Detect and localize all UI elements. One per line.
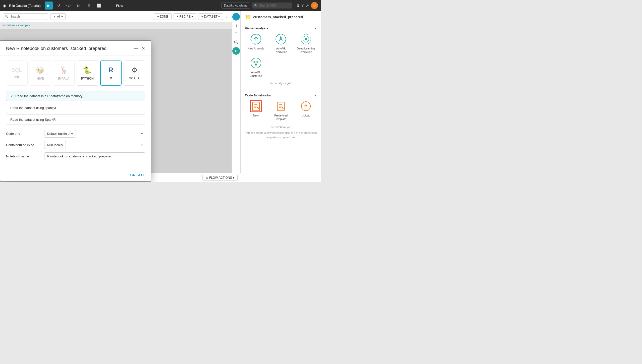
containerized-exec-label: Containerized exec bbox=[6, 143, 41, 147]
nav-flow-icon[interactable]: ▶ bbox=[45, 2, 53, 10]
nav-code-icon[interactable]: </> bbox=[65, 2, 73, 10]
sql-icon: SQL bbox=[12, 67, 22, 73]
grid-icon[interactable]: ⠿ bbox=[296, 3, 299, 8]
code-notebooks-title: Code Notebooks bbox=[245, 93, 271, 97]
type-selector: SQL SQL 🐝 HIVE 🦌 IMPALA bbox=[6, 60, 145, 86]
create-button[interactable]: CREATE bbox=[130, 173, 145, 177]
notebooks-grid: New Predefined template bbox=[245, 100, 317, 121]
modal-title: New R notebook on customers_stacked_prep… bbox=[6, 46, 106, 51]
modal-header: New R notebook on customers_stacked_prep… bbox=[0, 41, 151, 55]
no-analysis-text: No analysis yet. bbox=[245, 80, 317, 87]
side-info-icon[interactable]: ℹ bbox=[232, 22, 240, 29]
side-add-icon[interactable]: + bbox=[232, 13, 240, 21]
type-option-impala[interactable]: 🦌 IMPALA bbox=[53, 60, 75, 86]
read-option-sparkr[interactable]: Read the dataset using SparkR bbox=[6, 114, 145, 125]
flow-stats: 4 datasets 2 recipes bbox=[0, 22, 232, 29]
r-label: R bbox=[110, 77, 112, 80]
add-zone-button[interactable]: + ZONE bbox=[154, 13, 172, 20]
code-notebooks-toggle[interactable]: ▲ bbox=[314, 94, 317, 97]
add-dataset-button[interactable]: + DATASET ▾ bbox=[198, 13, 223, 20]
visual-analysis-section-header: Visual analysis ▲ bbox=[245, 26, 317, 30]
modal-minimize-button[interactable]: — bbox=[134, 46, 138, 51]
flow-search-icon: 🔍 bbox=[5, 15, 9, 18]
notebook-item-predefined[interactable]: Predefined template bbox=[270, 100, 292, 121]
read-options: ✔ Read the dataset in a R dataframe (in … bbox=[6, 91, 145, 125]
type-option-sql[interactable]: SQL SQL bbox=[6, 60, 28, 86]
analysis-item-deeplearning[interactable]: Deep Learning Prediction bbox=[295, 33, 317, 54]
right-panel-dataset-name: customers_stacked_prepared bbox=[253, 15, 303, 19]
nav-right-icons: ⠿ ? ↗ U bbox=[296, 2, 318, 9]
code-env-row: Code env Default builtin env bbox=[6, 130, 145, 138]
nav-run-icon[interactable]: ▷ bbox=[75, 2, 83, 10]
code-notebooks-section: Code Notebooks ▲ New bbox=[241, 90, 321, 145]
automl-clustering-icon bbox=[250, 57, 262, 69]
python-icon: 🐍 bbox=[83, 66, 92, 74]
datasets-link[interactable]: datasets bbox=[6, 24, 18, 27]
top-navigation: ◈ R in Dataiku (Tutorial) ▶ ↺ </> ▷ ⊞ ⬜ … bbox=[0, 0, 321, 11]
containerized-exec-row: Containerized exec Run locally bbox=[6, 141, 145, 149]
analysis-item-new[interactable]: New Analysis bbox=[245, 33, 267, 54]
containerized-exec-select[interactable]: Run locally bbox=[44, 141, 66, 149]
upload-notebook-label: Upload bbox=[302, 114, 310, 117]
code-env-label: Code env bbox=[6, 132, 41, 136]
type-option-python[interactable]: 🐍 PYTHON bbox=[77, 60, 98, 86]
modal-body: SQL SQL 🐝 HIVE 🦌 IMPALA bbox=[0, 55, 151, 169]
modal-controls: — ✕ bbox=[134, 46, 145, 51]
right-panel-header: 📁 customers_stacked_prepared bbox=[241, 11, 321, 23]
side-icons-panel: + ℹ ☰ 💬 ⚙ bbox=[232, 11, 241, 182]
add-recipe-button[interactable]: + RECIPE ▾ bbox=[174, 13, 196, 20]
hive-label: HIVE bbox=[37, 77, 44, 80]
no-notebook-main-text: No notebook yet. bbox=[245, 125, 317, 130]
notebook-item-new[interactable]: New bbox=[245, 100, 267, 121]
flow-search-input[interactable] bbox=[3, 13, 48, 20]
academy-button[interactable]: Dataiku Academy bbox=[221, 3, 250, 9]
analysis-item-automl[interactable]: AutoML Prediction bbox=[270, 33, 292, 54]
recipes-link[interactable]: recipes bbox=[20, 24, 30, 27]
nav-search-icon: 🔍 bbox=[254, 4, 258, 7]
code-env-select-wrapper: Default builtin env bbox=[44, 130, 145, 138]
code-env-select[interactable]: Default builtin env bbox=[44, 130, 76, 138]
containerized-exec-select-wrapper: Run locally bbox=[44, 141, 145, 149]
nav-refresh-icon[interactable]: ↺ bbox=[55, 2, 63, 10]
visual-analysis-section: Visual analysis ▲ New Analysis bbox=[241, 23, 321, 90]
notebook-name-input[interactable] bbox=[44, 152, 145, 160]
type-option-hive[interactable]: 🐝 HIVE bbox=[30, 60, 51, 86]
nav-more-icon[interactable]: ··· bbox=[105, 2, 113, 10]
notebook-item-upload[interactable]: Upload bbox=[295, 100, 317, 121]
side-list-icon[interactable]: ☰ bbox=[232, 30, 240, 38]
nav-app-name: R in Dataiku (Tutorial) bbox=[9, 4, 41, 8]
analysis-item-clustering[interactable]: AutoML Clustering bbox=[245, 57, 267, 78]
modal-close-button[interactable]: ✕ bbox=[141, 46, 145, 51]
no-notebook-sub-text: You can create a new notebook, use one o… bbox=[245, 131, 317, 140]
side-chat-icon[interactable]: 💬 bbox=[232, 39, 240, 46]
type-option-r[interactable]: R R bbox=[100, 60, 122, 86]
nav-deploy-icon[interactable]: ⊞ bbox=[85, 2, 93, 10]
help-icon[interactable]: ? bbox=[301, 3, 304, 8]
trending-icon[interactable]: ↗ bbox=[306, 3, 309, 8]
nav-search-input[interactable] bbox=[252, 3, 292, 9]
modal-footer: CREATE bbox=[0, 169, 151, 181]
visual-analysis-title: Visual analysis bbox=[245, 26, 268, 30]
user-avatar[interactable]: U bbox=[311, 2, 318, 9]
read-option-dataframe[interactable]: ✔ Read the dataset in a R dataframe (in … bbox=[6, 91, 145, 101]
new-notebook-icon bbox=[250, 100, 262, 112]
panel-toggle-arrow[interactable]: › bbox=[226, 14, 228, 19]
filter-label: All bbox=[57, 15, 60, 18]
visual-analysis-toggle[interactable]: ▲ bbox=[314, 27, 317, 30]
flow-actions-button[interactable]: ⚙ FLOW ACTIONS ▾ bbox=[202, 175, 238, 181]
nav-notebook-icon[interactable]: ⬜ bbox=[95, 2, 103, 10]
nav-flow-label: Flow bbox=[116, 4, 123, 8]
type-option-scala[interactable]: ⚙ SCALA bbox=[124, 60, 145, 86]
svg-point-8 bbox=[253, 61, 255, 63]
side-settings-icon[interactable]: ⚙ bbox=[232, 47, 240, 55]
datasets-count: 4 bbox=[3, 24, 5, 27]
recipes-count: 2 bbox=[18, 24, 20, 27]
predefined-notebook-icon bbox=[275, 100, 287, 112]
flow-filter-button[interactable]: ▼ All ▾ bbox=[50, 13, 66, 20]
automl-prediction-label: AutoML Prediction bbox=[270, 47, 292, 54]
svg-point-9 bbox=[256, 61, 258, 63]
new-analysis-label: New Analysis bbox=[248, 47, 264, 50]
read-option-sparkr-label: Read the dataset using SparkR bbox=[10, 118, 56, 122]
right-panel: 📁 customers_stacked_prepared Visual anal… bbox=[241, 11, 321, 182]
read-option-sparklyr[interactable]: Read the dataset using sparklyr bbox=[6, 103, 145, 113]
